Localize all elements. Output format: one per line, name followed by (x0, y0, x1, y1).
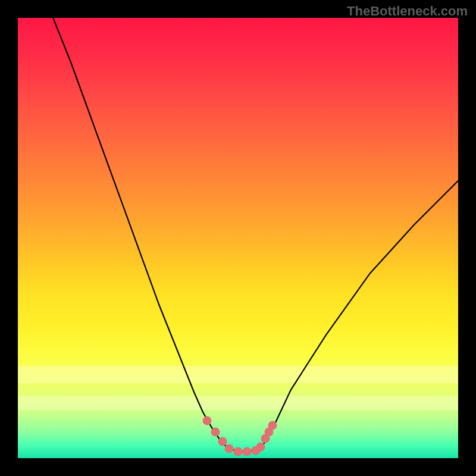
data-marker (256, 442, 265, 451)
data-marker (234, 447, 243, 456)
curve-svg (18, 18, 458, 458)
watermark-text: TheBottleneck.com (347, 4, 468, 19)
data-marker (203, 416, 212, 425)
bottleneck-curve (53, 18, 458, 452)
data-marker (268, 421, 277, 430)
data-marker (225, 444, 234, 453)
plot-area (18, 18, 458, 458)
data-marker (242, 447, 251, 456)
data-marker (211, 427, 220, 436)
